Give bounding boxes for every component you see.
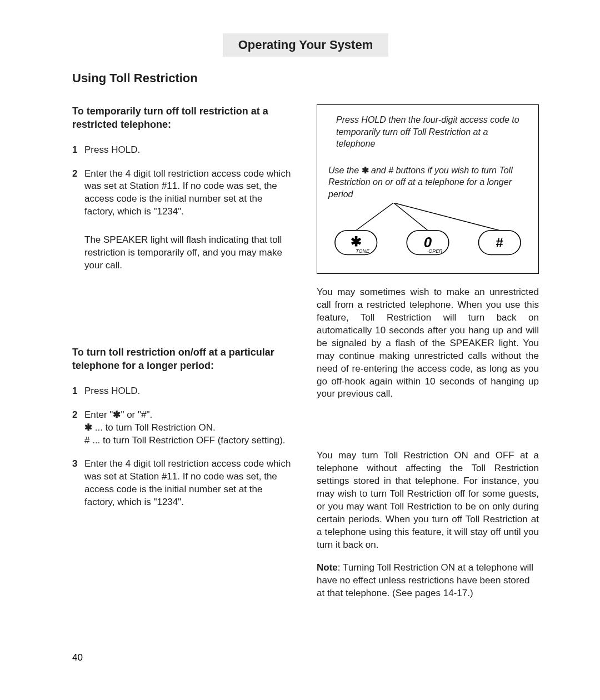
step-item: 2 Enter the 4 digit toll restriction acc… — [72, 168, 294, 219]
step-number: 3 — [72, 458, 84, 509]
step-body: Enter the 4 digit toll restriction acces… — [84, 168, 294, 219]
subheading-temp-off: To temporarily turn off toll restriction… — [72, 104, 294, 132]
svg-line-0 — [356, 203, 394, 231]
text-fragment: " or "#". — [121, 409, 152, 420]
paragraph-unrestricted-call: You may sometimes wish to make an unrest… — [317, 286, 539, 401]
spacer — [317, 411, 539, 449]
key-zero-label: 0 — [424, 234, 432, 249]
step-body: Press HOLD. — [84, 385, 294, 398]
star-icon: ✱ — [113, 409, 121, 420]
diagram-caption-bottom: Use the ✱ and # buttons if you wish to t… — [328, 159, 527, 203]
paragraph-on-off-settings: You may turn Toll Restriction ON and OFF… — [317, 449, 539, 552]
step-number: 1 — [72, 144, 84, 157]
star-icon: ✱ — [84, 422, 92, 433]
spacer — [72, 284, 294, 346]
steps-temp-off: 1 Press HOLD. 2 Enter the 4 digit toll r… — [72, 144, 294, 219]
subheading-longer-period: To turn toll restriction on/off at a par… — [72, 346, 294, 373]
step-item: 3 Enter the 4 digit toll restriction acc… — [72, 458, 294, 509]
header-wrap: Operating Your System — [72, 33, 539, 57]
paragraph-speaker-note: The SPEAKER light will flash indicating … — [84, 234, 294, 272]
key-star-sublabel: TONE — [356, 248, 370, 254]
keypad-diagram: ✱ 0 # TONE OPER — [328, 203, 527, 263]
step-item: 2 Enter "✱" or "#". ✱ ... to turn Toll R… — [72, 409, 294, 447]
step-body: Press HOLD. — [84, 144, 294, 157]
text-fragment: Use the — [328, 166, 362, 175]
text-fragment: # ... to turn Toll Restriction OFF (fact… — [84, 435, 286, 446]
diagram-box: Press HOLD then the four-digit access co… — [317, 104, 539, 274]
section-title: Using Toll Restriction — [72, 71, 539, 86]
page-header: Operating Your System — [223, 33, 388, 57]
key-hash-icon: # — [496, 234, 503, 249]
star-icon: ✱ — [362, 166, 369, 175]
note-label: Note — [317, 562, 338, 573]
step-body: Enter "✱" or "#". ✱ ... to turn Toll Res… — [84, 409, 294, 447]
paragraph-note: Note: Turning Toll Restriction ON at a t… — [317, 562, 539, 600]
step-number: 2 — [72, 168, 84, 219]
steps-longer-period: 1 Press HOLD. 2 Enter "✱" or "#". ✱ ... … — [72, 385, 294, 509]
note-body: : Turning Toll Restriction ON at a telep… — [317, 562, 533, 598]
page: Operating Your System Using Toll Restric… — [0, 0, 600, 700]
diagram-caption-top: Press HOLD then the four-digit access co… — [328, 114, 527, 159]
svg-line-2 — [393, 203, 499, 231]
step-number: 1 — [72, 385, 84, 398]
key-zero-sublabel: OPER — [428, 248, 443, 254]
page-number: 40 — [72, 652, 83, 663]
step-item: 1 Press HOLD. — [72, 144, 294, 157]
text-fragment: ... to turn Toll Restriction ON. — [92, 422, 216, 433]
text-fragment: Enter " — [84, 409, 113, 420]
step-body: Enter the 4 digit toll restriction acces… — [84, 458, 294, 509]
right-column: Press HOLD then the four-digit access co… — [317, 104, 539, 610]
step-number: 2 — [72, 409, 84, 447]
step-item: 1 Press HOLD. — [72, 385, 294, 398]
left-column: To temporarily turn off toll restriction… — [72, 104, 294, 610]
columns: To temporarily turn off toll restriction… — [72, 104, 539, 610]
key-star-icon: ✱ — [351, 233, 362, 248]
